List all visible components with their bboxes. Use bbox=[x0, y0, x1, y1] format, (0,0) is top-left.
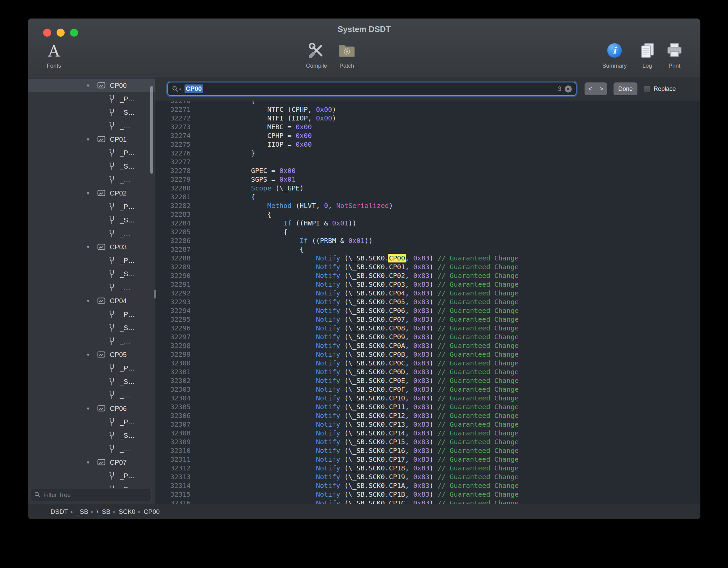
tree-item-child[interactable]: _… bbox=[28, 227, 155, 240]
find-previous-button[interactable]: < bbox=[585, 82, 596, 95]
breadcrumb-item[interactable]: DSDT bbox=[51, 508, 68, 516]
tree-item-child[interactable]: _… bbox=[28, 388, 155, 402]
tree-item-child[interactable]: _… bbox=[28, 119, 155, 133]
fonts-icon: A bbox=[48, 43, 59, 59]
tree-item-label: CP04 bbox=[110, 297, 127, 305]
code-line: 32294 Notify (\_SB.SCK0.CP06, 0x83) // G… bbox=[155, 306, 700, 315]
code-line: 32302 Notify (\_SB.SCK0.CP0E, 0x83) // G… bbox=[155, 376, 700, 385]
code-line: 32292 Notify (\_SB.SCK0.CP04, 0x83) // G… bbox=[155, 289, 700, 297]
line-number: 32293 bbox=[155, 297, 191, 306]
method-icon bbox=[108, 471, 115, 480]
code-line: 32276 } bbox=[155, 149, 700, 157]
tree-item-child[interactable]: _P… bbox=[28, 308, 155, 321]
minimize-button[interactable] bbox=[57, 29, 65, 37]
disclosure-triangle-icon[interactable]: ▼ bbox=[86, 298, 97, 304]
breadcrumb-item[interactable]: CP00 bbox=[144, 508, 160, 516]
fonts-button[interactable]: A Fonts bbox=[39, 40, 69, 69]
breadcrumb-separator-icon: ▸ bbox=[71, 509, 73, 514]
pane-splitter-handle[interactable] bbox=[154, 290, 156, 298]
compile-button[interactable]: Compile bbox=[301, 40, 332, 69]
code-line: 32298 Notify (\_SB.SCK0.CP0A, 0x83) // G… bbox=[155, 341, 700, 350]
titlebar[interactable]: System DSDT bbox=[28, 19, 700, 39]
filter-tree-field[interactable] bbox=[31, 489, 152, 501]
print-button[interactable]: Print bbox=[659, 40, 690, 69]
tree-item-child[interactable]: _S… bbox=[28, 213, 155, 227]
find-search-field[interactable]: ▾ CP00 3 × bbox=[167, 82, 576, 96]
tree-item-child[interactable]: _… bbox=[28, 334, 155, 348]
tree-item-child[interactable]: _P… bbox=[28, 361, 155, 375]
tree-item-cp07[interactable]: ▼CP07 bbox=[28, 456, 155, 469]
tree-item-label: _S… bbox=[120, 109, 135, 116]
disclosure-triangle-icon[interactable]: ▼ bbox=[86, 245, 97, 250]
tree-item-label: _P… bbox=[120, 203, 135, 211]
disclosure-triangle-icon[interactable]: ▼ bbox=[86, 460, 97, 465]
breadcrumb-item[interactable]: \_SB bbox=[97, 508, 110, 516]
filter-tree-input[interactable] bbox=[43, 491, 148, 499]
replace-checkbox[interactable] bbox=[644, 85, 651, 92]
tree-item-label: _… bbox=[120, 391, 130, 399]
tree-item-child[interactable]: _P… bbox=[28, 200, 155, 213]
disclosure-triangle-icon[interactable]: ▼ bbox=[86, 83, 97, 88]
code-line: 32299 Notify (\_SB.SCK0.CP0B, 0x83) // G… bbox=[155, 350, 700, 359]
breadcrumb: DSDT▸_SB▸\_SB▸SCK0▸CP00 bbox=[28, 504, 700, 519]
tree-item-cp06[interactable]: ▼CP06 bbox=[28, 402, 155, 415]
tree-item-child[interactable]: _P… bbox=[28, 469, 155, 483]
code-line: 32306 Notify (\_SB.SCK0.CP12, 0x83) // G… bbox=[155, 411, 700, 420]
disclosure-triangle-icon[interactable]: ▼ bbox=[86, 406, 97, 411]
patch-button[interactable]: Patch bbox=[332, 40, 362, 69]
log-button[interactable]: Log bbox=[632, 40, 662, 69]
breadcrumb-item[interactable]: _SB bbox=[76, 508, 88, 516]
line-number: 32276 bbox=[155, 149, 191, 157]
find-next-button[interactable]: > bbox=[596, 82, 607, 95]
tree-item-child[interactable]: _S… bbox=[28, 267, 155, 281]
tree-item-cp03[interactable]: ▼CP03 bbox=[28, 240, 155, 254]
tree-item-child[interactable]: _… bbox=[28, 442, 155, 456]
code-line: 32305 Notify (\_SB.SCK0.CP11, 0x83) // G… bbox=[155, 402, 700, 411]
tree-item-label: _P… bbox=[120, 257, 135, 264]
search-icon bbox=[172, 86, 178, 92]
tree-item-child[interactable]: _P… bbox=[28, 146, 155, 159]
zoom-button[interactable] bbox=[70, 29, 78, 37]
clear-search-icon[interactable]: × bbox=[565, 85, 572, 93]
code-editor[interactable]: 32270 {32271 NTFC (CPHP, 0x00)32272 NTFI… bbox=[155, 101, 700, 504]
tree-item-child[interactable]: _P… bbox=[28, 254, 155, 267]
method-icon bbox=[108, 485, 115, 488]
code-content: 32270 {32271 NTFC (CPHP, 0x00)32272 NTFI… bbox=[155, 101, 700, 504]
line-number: 32278 bbox=[155, 166, 191, 175]
tree-item-child[interactable]: _S… bbox=[28, 106, 155, 119]
line-number: 32280 bbox=[155, 184, 191, 192]
tree-item-label: CP01 bbox=[110, 136, 127, 143]
tree-item-child[interactable]: _… bbox=[28, 281, 155, 294]
tree-item-cp02[interactable]: ▼CP02 bbox=[28, 186, 155, 200]
tree-item-cp00[interactable]: ▼CP00 bbox=[28, 79, 155, 92]
tree-item-cp05[interactable]: ▼CP05 bbox=[28, 348, 155, 361]
sidebar-scrollbar[interactable] bbox=[150, 86, 153, 174]
summary-button[interactable]: i Summary bbox=[599, 40, 630, 69]
line-number: 32314 bbox=[155, 481, 191, 490]
line-number: 32307 bbox=[155, 420, 191, 429]
tree-item-child[interactable]: _S… bbox=[28, 483, 155, 488]
disclosure-triangle-icon[interactable]: ▼ bbox=[86, 352, 97, 357]
search-menu-chevron-icon[interactable]: ▾ bbox=[179, 87, 181, 92]
code-line: 32315 Notify (\_SB.SCK0.CP1B, 0x83) // G… bbox=[155, 490, 700, 499]
disclosure-triangle-icon[interactable]: ▼ bbox=[86, 191, 97, 196]
tree-item-label: CP02 bbox=[110, 189, 127, 197]
replace-label[interactable]: Replace bbox=[654, 85, 676, 93]
code-line: 32311 Notify (\_SB.SCK0.CP17, 0x83) // G… bbox=[155, 455, 700, 464]
close-button[interactable] bbox=[43, 29, 51, 37]
line-number: 32272 bbox=[155, 114, 191, 122]
tree-item-child[interactable]: _S… bbox=[28, 159, 155, 173]
breadcrumb-item[interactable]: SCK0 bbox=[119, 508, 135, 516]
disclosure-triangle-icon[interactable]: ▼ bbox=[86, 137, 97, 142]
tree-item-cp01[interactable]: ▼CP01 bbox=[28, 133, 155, 146]
tree-item-cp04[interactable]: ▼CP04 bbox=[28, 294, 155, 308]
tree-item-child[interactable]: _P… bbox=[28, 92, 155, 106]
tree-item-child[interactable]: _… bbox=[28, 173, 155, 186]
scope-icon bbox=[97, 244, 105, 250]
tree-item-child[interactable]: _P… bbox=[28, 415, 155, 429]
tree-item-child[interactable]: _S… bbox=[28, 321, 155, 334]
done-button[interactable]: Done bbox=[614, 82, 637, 95]
tree-item-child[interactable]: _S… bbox=[28, 429, 155, 442]
tree-item-child[interactable]: _S… bbox=[28, 375, 155, 388]
method-icon bbox=[108, 229, 115, 238]
